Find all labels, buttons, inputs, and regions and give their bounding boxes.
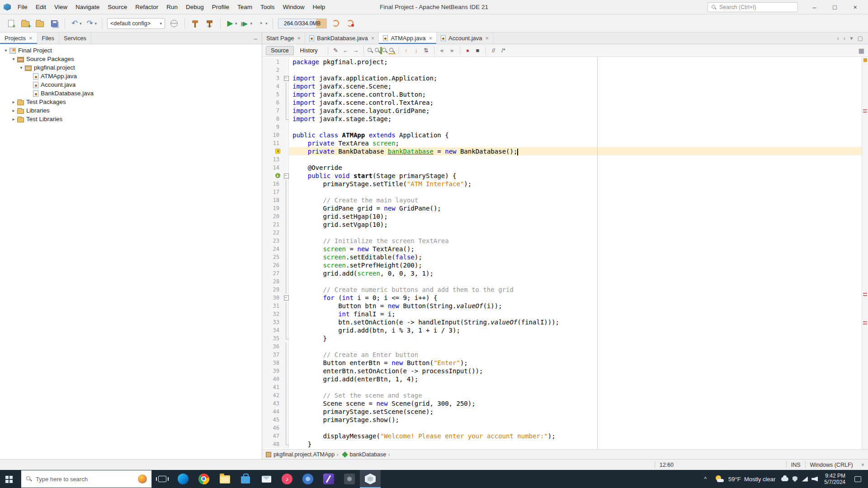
open-project-button[interactable] — [33, 17, 47, 30]
stop-macro-icon[interactable]: ■ — [473, 46, 483, 55]
expand-arrow-icon[interactable]: ▸ — [10, 99, 17, 104]
maximize-editor-icon[interactable]: ▢ — [855, 35, 865, 42]
tree-item-final-project[interactable]: ▾Final Project — [0, 46, 262, 55]
taskbar-edge[interactable] — [173, 470, 193, 488]
find-previous-icon[interactable] — [381, 47, 388, 54]
close-button[interactable]: × — [845, 0, 865, 14]
taskbar-music-app[interactable]: ♪ — [277, 470, 297, 488]
override-badge-icon[interactable] — [275, 173, 280, 178]
editor-tab-account-java[interactable]: Account.java× — [437, 33, 493, 44]
profile-project-button[interactable]: ◔▾ — [255, 17, 269, 30]
collapse-arrow-icon[interactable]: ▾ — [10, 56, 17, 61]
history-view-button[interactable]: History — [296, 47, 322, 55]
ide-search-box[interactable]: Search (Ctrl+I) — [708, 2, 798, 12]
action-center-button[interactable] — [850, 476, 865, 482]
left-tab-services[interactable]: Services — [59, 33, 91, 44]
back-icon[interactable]: ← — [341, 46, 351, 55]
tray-security-icon[interactable] — [790, 474, 800, 484]
forward-icon[interactable]: → — [351, 46, 361, 55]
menu-window[interactable]: Window — [279, 0, 309, 14]
taskbar-file-explorer[interactable] — [214, 470, 235, 488]
close-icon[interactable]: × — [485, 35, 489, 42]
menu-profile[interactable]: Profile — [208, 0, 233, 14]
shift-right-icon[interactable]: » — [447, 46, 457, 55]
expand-arrow-icon[interactable]: ▸ — [10, 108, 17, 113]
next-bookmark-icon[interactable]: ↓ — [411, 46, 421, 55]
taskbar-store[interactable] — [235, 470, 256, 488]
breadcrumb-item-pkgfinal-project-atmapp[interactable]: pkgfinal.project.ATMApp — [266, 451, 335, 458]
record-macro-icon[interactable]: ● — [463, 46, 473, 55]
collapse-arrow-icon[interactable]: ▾ — [18, 65, 24, 70]
error-stripe[interactable] — [862, 57, 868, 449]
insert-mode-indicator[interactable]: INS — [787, 462, 805, 468]
weather-widget[interactable]: 59°F Mostly clear — [710, 475, 780, 483]
undo-button[interactable]: ↶▾ — [69, 17, 83, 30]
menu-help[interactable]: Help — [309, 0, 330, 14]
caret-position[interactable]: 12:60 — [655, 462, 786, 468]
minimize-button[interactable]: – — [804, 0, 825, 14]
new-project-button[interactable] — [19, 17, 32, 30]
collapse-arrow-icon[interactable]: ▾ — [3, 48, 9, 53]
taskbar-mail[interactable] — [256, 470, 277, 488]
taskbar-search[interactable]: Type here to search — [21, 470, 152, 488]
menu-edit[interactable]: Edit — [32, 0, 50, 14]
taskbar-purple-app[interactable] — [318, 470, 339, 488]
menu-source[interactable]: Source — [104, 0, 131, 14]
code-editor[interactable]: 1package pkgfinal.project;23import javaf… — [262, 57, 868, 449]
menu-debug[interactable]: Debug — [182, 0, 208, 14]
source-view-button[interactable]: Source — [266, 46, 294, 55]
tree-item-libraries[interactable]: ▸Libraries — [0, 106, 262, 115]
error-mark[interactable] — [863, 109, 867, 113]
set-main-browser-button[interactable] — [167, 17, 181, 30]
expand-arrow-icon[interactable]: ▸ — [10, 117, 17, 122]
code-fold-icon[interactable] — [283, 294, 289, 302]
gc-heap-button[interactable] — [344, 17, 357, 30]
split-editor-icon[interactable]: ▦ — [859, 47, 864, 54]
menu-team[interactable]: Team — [233, 0, 256, 14]
uncomment-icon[interactable]: /* — [499, 46, 509, 55]
tree-item-test-packages[interactable]: ▸Test Packages — [0, 98, 262, 106]
menu-view[interactable]: View — [50, 0, 71, 14]
minimize-panel-icon[interactable]: – — [249, 33, 262, 44]
tray-onedrive-icon[interactable] — [780, 474, 790, 484]
tree-item-test-libraries[interactable]: ▸Test Libraries — [0, 115, 262, 123]
tree-item-bankdatabase-java[interactable]: BankDatabase.java — [0, 89, 262, 98]
tray-network-icon[interactable] — [800, 474, 810, 484]
close-icon[interactable]: × — [429, 35, 432, 42]
breadcrumb-item-bankdatabase[interactable]: bankDatabase — [342, 451, 387, 458]
config-select[interactable]: <default config>▾ — [107, 18, 165, 29]
clean-build-button[interactable] — [203, 17, 217, 30]
shift-left-icon[interactable]: « — [437, 46, 447, 55]
left-tab-projects[interactable]: Projects× — [0, 33, 38, 44]
taskbar-netbeans[interactable] — [360, 470, 381, 488]
menu-file[interactable]: File — [14, 0, 32, 14]
find-selection-icon[interactable] — [367, 47, 374, 54]
tree-item-pkgfinal-project[interactable]: ▾pkgfinal.project — [0, 63, 262, 72]
editor-tab-start-page[interactable]: Start Page× — [262, 33, 305, 44]
debug-project-button[interactable]: ▶▾ — [240, 17, 254, 30]
code-fold-icon[interactable] — [283, 172, 289, 180]
menu-tools[interactable]: Tools — [256, 0, 279, 14]
toggle-bookmark-icon[interactable]: ⇅ — [421, 46, 431, 55]
comment-icon[interactable]: // — [489, 46, 499, 55]
close-statusbar-icon[interactable]: × — [858, 462, 868, 468]
tray-volume-icon[interactable] — [810, 474, 820, 484]
menu-refactor[interactable]: Refactor — [131, 0, 162, 14]
find-next-icon[interactable] — [374, 47, 381, 54]
menu-navigate[interactable]: Navigate — [71, 0, 104, 14]
save-all-button[interactable] — [47, 17, 61, 30]
taskbar-dark-app[interactable] — [339, 470, 360, 488]
error-mark[interactable] — [863, 321, 867, 324]
gc-button[interactable] — [329, 17, 343, 30]
tree-item-source-packages[interactable]: ▾Source Packages — [0, 55, 262, 63]
editor-tab-bankdatabase-java[interactable]: BankDatabase.java× — [305, 33, 379, 44]
code-fold-icon[interactable] — [283, 74, 289, 82]
scroll-tabs-left-icon[interactable]: ‹ — [835, 35, 841, 42]
file-status-indicator[interactable] — [863, 58, 867, 62]
run-project-button[interactable]: ▶▾ — [224, 17, 239, 30]
error-mark[interactable] — [863, 293, 867, 296]
taskbar-clock[interactable]: 9:42 PM 5/7/2024 — [820, 473, 850, 485]
build-project-button[interactable] — [189, 17, 202, 30]
taskbar-chrome[interactable] — [193, 470, 214, 488]
new-file-button[interactable] — [4, 17, 18, 30]
